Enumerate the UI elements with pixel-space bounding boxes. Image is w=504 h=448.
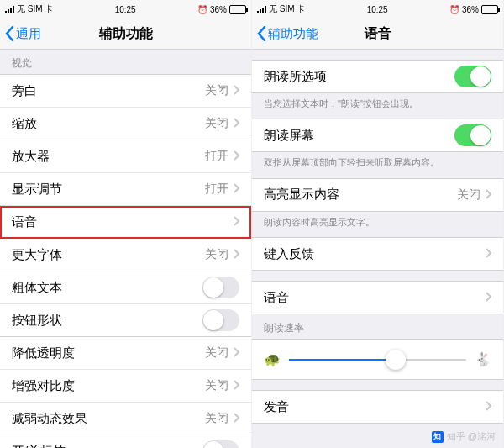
- back-label: 辅助功能: [268, 26, 318, 42]
- voice-row[interactable]: 语音: [252, 282, 503, 314]
- back-label: 通用: [16, 26, 41, 42]
- settings-row[interactable]: 语音: [0, 206, 251, 239]
- cell-value: 关闭: [205, 116, 228, 131]
- turtle-icon: 🐢: [264, 351, 281, 367]
- spacer: [252, 271, 503, 281]
- footer-text: 朗读内容时高亮显示文字。: [252, 212, 503, 237]
- back-button[interactable]: 辅助功能: [257, 26, 318, 42]
- status-bar: 无 SIM 卡 10:25 ⏰36%: [0, 0, 251, 18]
- settings-row[interactable]: 开/关标签: [0, 435, 251, 448]
- alarm-icon: ⏰: [449, 5, 459, 14]
- cell-group: 降低透明度关闭增强对比度关闭减弱动态效果关闭开/关标签: [0, 337, 251, 448]
- chevron-right-icon: [234, 182, 239, 196]
- highlight-content-row[interactable]: 高亮显示内容 关闭: [252, 179, 503, 211]
- carrier-label: 无 SIM 卡: [17, 3, 53, 15]
- cell-label: 语音: [12, 214, 37, 230]
- slider-knob[interactable]: [386, 350, 406, 370]
- zhihu-logo-icon: 知: [432, 431, 444, 443]
- footer-text: 当您选择文本时，"朗读"按钮会出现。: [252, 93, 503, 119]
- status-time: 10:25: [115, 5, 136, 14]
- spacer: [252, 380, 503, 390]
- settings-row[interactable]: 缩放关闭: [0, 108, 251, 140]
- speak-screen-switch[interactable]: [454, 124, 491, 146]
- nav-bar: 通用 辅助功能: [0, 18, 251, 50]
- speaking-rate-slider[interactable]: 🐢 🐇: [252, 339, 503, 380]
- chevron-left-icon: [5, 26, 14, 41]
- chevron-right-icon: [234, 117, 239, 130]
- chevron-left-icon: [257, 26, 266, 41]
- chevron-right-icon: [486, 291, 491, 304]
- settings-row[interactable]: 按钮形状: [0, 304, 251, 336]
- cell-value: 关闭: [205, 378, 228, 393]
- chevron-right-icon: [234, 412, 239, 425]
- chevron-right-icon: [234, 215, 239, 229]
- accessibility-screen: 无 SIM 卡 10:25 ⏰36% 通用 辅助功能 视觉 旁白关闭缩放关闭放大…: [0, 0, 252, 448]
- rate-header: 朗读速率: [252, 314, 503, 339]
- speak-selection-switch[interactable]: [454, 66, 491, 87]
- cell-value: 关闭: [457, 187, 480, 203]
- watermark: 知 知乎 @洺河: [432, 430, 496, 443]
- chevron-right-icon: [234, 379, 239, 393]
- slider-track[interactable]: [289, 359, 466, 361]
- toggle-switch[interactable]: [202, 277, 239, 298]
- cell-label: 按钮形状: [12, 313, 62, 329]
- settings-row[interactable]: 显示调节打开: [0, 173, 251, 206]
- cell-group: 旁白关闭缩放关闭放大器打开显示调节打开语音更大字体关闭粗体文本按钮形状: [0, 74, 251, 337]
- pronunciation-row[interactable]: 发音: [252, 391, 503, 423]
- signal-icon: [257, 6, 266, 13]
- toggle-switch[interactable]: [202, 309, 239, 331]
- chevron-right-icon: [234, 150, 239, 163]
- watermark-text: 知乎 @洺河: [447, 430, 496, 443]
- cell-label: 减弱动态效果: [12, 411, 87, 427]
- battery-pct: 36%: [210, 5, 227, 14]
- page-title: 语音: [365, 25, 391, 43]
- cell-value: 关闭: [205, 83, 228, 98]
- carrier-label: 无 SIM 卡: [269, 3, 305, 15]
- rabbit-icon: 🐇: [475, 351, 491, 367]
- status-bar: 无 SIM 卡 10:25 ⏰36%: [252, 0, 503, 18]
- speak-screen-row[interactable]: 朗读屏幕: [252, 119, 503, 151]
- cell-label: 开/关标签: [12, 444, 66, 449]
- nav-bar: 辅助功能 语音: [252, 18, 503, 50]
- settings-row[interactable]: 粗体文本: [0, 271, 251, 304]
- cell-value: 打开: [205, 182, 228, 197]
- back-button[interactable]: 通用: [5, 26, 41, 42]
- cell-label: 朗读所选项: [264, 69, 327, 85]
- battery-icon: [481, 5, 498, 14]
- cell-value: 打开: [205, 149, 228, 164]
- speak-selection-row[interactable]: 朗读所选项: [252, 61, 503, 92]
- footer-text: 双指从屏幕顶部向下轻扫来听取屏幕内容。: [252, 152, 503, 177]
- settings-row[interactable]: 放大器打开: [0, 140, 251, 173]
- chevron-right-icon: [234, 84, 239, 98]
- spacer: [252, 50, 503, 60]
- settings-row[interactable]: 增强对比度关闭: [0, 370, 251, 403]
- settings-row[interactable]: 减弱动态效果关闭: [0, 403, 251, 435]
- chevron-right-icon: [234, 346, 239, 360]
- battery-icon: [229, 5, 246, 14]
- chevron-right-icon: [486, 247, 491, 261]
- chevron-right-icon: [486, 188, 491, 202]
- typing-feedback-row[interactable]: 键入反馈: [252, 238, 503, 270]
- cell-label: 降低透明度: [12, 345, 75, 361]
- cell-label: 增强对比度: [12, 378, 75, 394]
- signal-icon: [5, 6, 14, 13]
- chevron-right-icon: [486, 400, 491, 414]
- cell-label: 高亮显示内容: [264, 187, 339, 203]
- cell-label: 发音: [264, 399, 289, 415]
- speech-screen: 无 SIM 卡 10:25 ⏰36% 辅助功能 语音 朗读所选项 当您选择文本时…: [252, 0, 504, 448]
- settings-row[interactable]: 旁白关闭: [0, 75, 251, 108]
- settings-row[interactable]: 降低透明度关闭: [0, 337, 251, 370]
- toggle-switch[interactable]: [202, 440, 239, 448]
- cell-label: 粗体文本: [12, 280, 62, 296]
- alarm-icon: ⏰: [197, 5, 207, 14]
- cell-value: 关闭: [205, 411, 228, 426]
- cell-label: 旁白: [12, 83, 37, 99]
- cell-label: 缩放: [12, 116, 37, 132]
- cell-label: 语音: [264, 290, 289, 306]
- settings-row[interactable]: 更大字体关闭: [0, 239, 251, 271]
- page-title: 辅助功能: [99, 25, 153, 43]
- cell-value: 关闭: [205, 247, 228, 262]
- cell-label: 放大器: [12, 149, 50, 165]
- section-header-vision: 视觉: [0, 50, 251, 74]
- cell-label: 更大字体: [12, 247, 62, 263]
